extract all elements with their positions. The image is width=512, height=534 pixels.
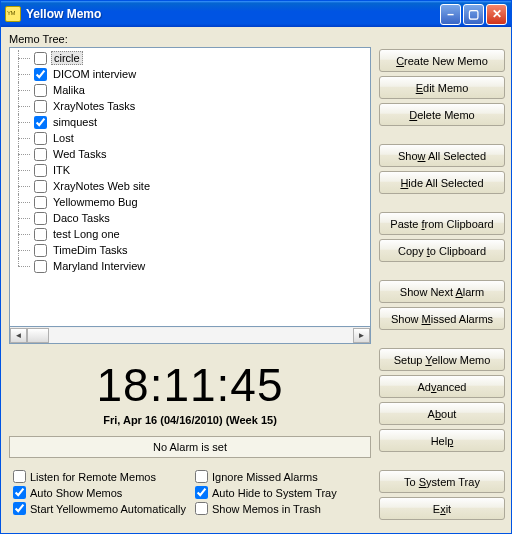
scroll-track[interactable]	[27, 328, 353, 343]
copy-to-clipboard-button[interactable]: Copy to Clipboard	[379, 239, 505, 262]
about-button[interactable]: About	[379, 402, 505, 425]
tree-item[interactable]: TimeDim Tasks	[10, 242, 370, 258]
alarm-status-bar[interactable]: No Alarm is set	[9, 436, 371, 458]
option-auto-hide-checkbox[interactable]	[195, 486, 208, 499]
tree-horizontal-scrollbar[interactable]: ◄ ►	[9, 327, 371, 344]
option-ignore-missed[interactable]: Ignore Missed Alarms	[195, 470, 371, 483]
scroll-left-arrow[interactable]: ◄	[10, 328, 27, 343]
close-button[interactable]: ✕	[486, 4, 507, 25]
option-ignore-missed-checkbox[interactable]	[195, 470, 208, 483]
tree-item-checkbox[interactable]	[34, 100, 47, 113]
edit-memo-button[interactable]: Edit Memo	[379, 76, 505, 99]
tree-item-label: Daco Tasks	[51, 212, 112, 224]
tree-item[interactable]: DICOM interview	[10, 66, 370, 82]
tree-item-label: DICOM interview	[51, 68, 138, 80]
tree-item-checkbox[interactable]	[34, 228, 47, 241]
option-auto-hide[interactable]: Auto Hide to System Tray	[195, 486, 371, 499]
tree-item-label: circle	[51, 51, 83, 65]
tree-item[interactable]: Yellowmemo Bug	[10, 194, 370, 210]
exit-button[interactable]: Exit	[379, 497, 505, 520]
tree-item-checkbox[interactable]	[34, 260, 47, 273]
tree-label: Memo Tree:	[9, 33, 371, 45]
maximize-button[interactable]: ▢	[463, 4, 484, 25]
option-show-trash-checkbox[interactable]	[195, 502, 208, 515]
option-show-trash[interactable]: Show Memos in Trash	[195, 502, 371, 515]
client-area: Memo Tree: circleDICOM interviewMalikaXr…	[1, 27, 511, 533]
app-window: Yellow Memo – ▢ ✕ Memo Tree: circleDICOM…	[0, 0, 512, 534]
tree-item-label: XrayNotes Web site	[51, 180, 152, 192]
tree-item-label: Yellowmemo Bug	[51, 196, 140, 208]
tree-item-label: XrayNotes Tasks	[51, 100, 137, 112]
tree-item-label: Wed Tasks	[51, 148, 108, 160]
option-listen-remote-checkbox[interactable]	[13, 470, 26, 483]
paste-from-clipboard-button[interactable]: Paste from Clipboard	[379, 212, 505, 235]
button-panel: Create New Memo Edit Memo Delete Memo Sh…	[379, 49, 505, 525]
show-all-selected-button[interactable]: Show All Selected	[379, 144, 505, 167]
tree-item[interactable]: Daco Tasks	[10, 210, 370, 226]
option-auto-show-checkbox[interactable]	[13, 486, 26, 499]
tree-item[interactable]: test Long one	[10, 226, 370, 242]
clock-display: 18:11:45	[9, 358, 371, 412]
tree-item-checkbox[interactable]	[34, 116, 47, 129]
tree-item-checkbox[interactable]	[34, 212, 47, 225]
advanced-button[interactable]: Advanced	[379, 375, 505, 398]
tree-item-label: ITK	[51, 164, 72, 176]
tree-item-label: test Long one	[51, 228, 122, 240]
left-pane: Memo Tree: circleDICOM interviewMalikaXr…	[9, 33, 371, 525]
hide-all-selected-button[interactable]: Hide All Selected	[379, 171, 505, 194]
option-listen-remote[interactable]: Listen for Remote Memos	[13, 470, 189, 483]
tree-item-checkbox[interactable]	[34, 164, 47, 177]
window-title: Yellow Memo	[26, 7, 438, 21]
memo-tree[interactable]: circleDICOM interviewMalikaXrayNotes Tas…	[9, 47, 371, 327]
scroll-thumb[interactable]	[27, 328, 49, 343]
tree-item-label: Lost	[51, 132, 76, 144]
option-auto-start-checkbox[interactable]	[13, 502, 26, 515]
tree-item-checkbox[interactable]	[34, 196, 47, 209]
tree-item-label: Maryland Interview	[51, 260, 147, 272]
tree-item[interactable]: Lost	[10, 130, 370, 146]
delete-memo-button[interactable]: Delete Memo	[379, 103, 505, 126]
tree-item[interactable]: XrayNotes Web site	[10, 178, 370, 194]
tree-item-checkbox[interactable]	[34, 132, 47, 145]
show-next-alarm-button[interactable]: Show Next Alarm	[379, 280, 505, 303]
tree-item-label: Malika	[51, 84, 87, 96]
tree-item-checkbox[interactable]	[34, 84, 47, 97]
scroll-right-arrow[interactable]: ►	[353, 328, 370, 343]
tree-item[interactable]: simquest	[10, 114, 370, 130]
minimize-button[interactable]: –	[440, 4, 461, 25]
date-display: Fri, Apr 16 (04/16/2010) (Week 15)	[9, 414, 371, 426]
tree-item-checkbox[interactable]	[34, 52, 47, 65]
tree-item[interactable]: Wed Tasks	[10, 146, 370, 162]
option-auto-start[interactable]: Start Yellowmemo Automatically	[13, 502, 189, 515]
tree-item[interactable]: XrayNotes Tasks	[10, 98, 370, 114]
options-grid: Listen for Remote Memos Ignore Missed Al…	[9, 470, 371, 515]
tree-item-checkbox[interactable]	[34, 68, 47, 81]
tree-item[interactable]: circle	[10, 50, 370, 66]
alarm-status-text: No Alarm is set	[153, 441, 227, 453]
tree-item-checkbox[interactable]	[34, 148, 47, 161]
app-icon	[5, 6, 21, 22]
setup-button[interactable]: Setup Yellow Memo	[379, 348, 505, 371]
create-new-memo-button[interactable]: Create New Memo	[379, 49, 505, 72]
tree-item-label: simquest	[51, 116, 99, 128]
show-missed-alarms-button[interactable]: Show Missed Alarms	[379, 307, 505, 330]
tree-item-checkbox[interactable]	[34, 244, 47, 257]
tree-item[interactable]: Maryland Interview	[10, 258, 370, 274]
help-button[interactable]: Help	[379, 429, 505, 452]
option-auto-show[interactable]: Auto Show Memos	[13, 486, 189, 499]
to-system-tray-button[interactable]: To System Tray	[379, 470, 505, 493]
tree-item-checkbox[interactable]	[34, 180, 47, 193]
title-bar[interactable]: Yellow Memo – ▢ ✕	[1, 1, 511, 27]
tree-item[interactable]: Malika	[10, 82, 370, 98]
tree-item[interactable]: ITK	[10, 162, 370, 178]
tree-item-label: TimeDim Tasks	[51, 244, 130, 256]
